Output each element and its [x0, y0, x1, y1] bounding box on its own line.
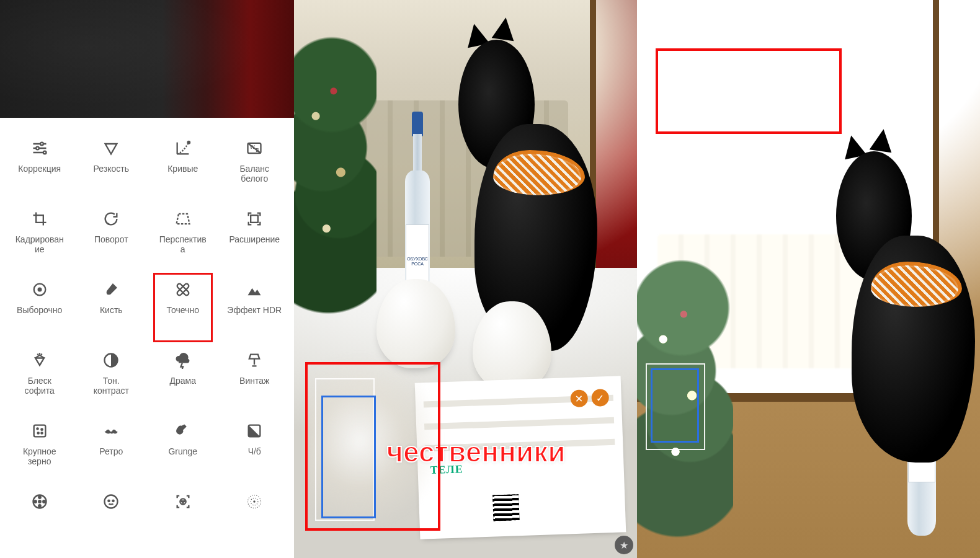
bottle-label-text: ОБУХОВС РОСА — [406, 257, 428, 267]
svg-point-15 — [41, 429, 42, 430]
tool-tonal-contrast[interactable]: Тон. контраст — [76, 347, 148, 414]
tool-details[interactable]: Резкость — [76, 135, 148, 202]
tool-lens-blur[interactable] — [219, 489, 291, 556]
tool-perspective[interactable]: Перспектив а — [147, 206, 219, 273]
tool-curves[interactable]: Кривые — [147, 135, 219, 202]
crop-icon — [30, 210, 49, 228]
black-cat — [836, 145, 980, 469]
tool-rotate[interactable]: Поворот — [76, 206, 148, 273]
tool-label: Выборочно — [17, 305, 62, 315]
svg-point-9 — [38, 288, 41, 291]
diamond-glow-icon — [30, 351, 49, 370]
tool-label: Кадрирован ие — [16, 234, 64, 254]
tool-glamour-glow[interactable]: Блеск софита — [4, 347, 76, 414]
black-cat — [458, 33, 616, 357]
christmas-tree — [294, 22, 376, 335]
tool-label: Расширение — [229, 234, 280, 244]
tool-label: Эффект HDR — [227, 305, 282, 315]
svg-point-3 — [187, 141, 190, 144]
perspective-icon — [174, 210, 192, 228]
film-reel-icon — [30, 492, 49, 511]
tool-selective[interactable]: Выборочно — [4, 277, 76, 343]
tool-grainy-film[interactable]: Крупное зерно — [4, 418, 76, 485]
photo-preview-strip — [0, 0, 294, 118]
tool-label: Перспектив а — [159, 234, 207, 254]
svg-point-30 — [184, 501, 185, 502]
svg-point-29 — [181, 501, 182, 502]
svg-point-21 — [43, 500, 45, 503]
tool-label: Ретро — [99, 446, 123, 456]
tool-label: Коррекция — [18, 164, 61, 174]
annotation-blue-box — [651, 368, 699, 443]
face-icon — [102, 492, 120, 511]
tool-expand[interactable]: Расширение — [219, 206, 291, 273]
teacup — [473, 301, 551, 391]
tool-label: Ч/б — [248, 446, 261, 456]
svg-point-26 — [109, 500, 110, 502]
svg-point-20 — [38, 496, 41, 498]
svg-point-17 — [41, 432, 42, 433]
contrast-icon — [102, 351, 120, 370]
tool-label: Драма — [170, 376, 196, 386]
tool-vintage[interactable]: Винтаж — [219, 347, 291, 414]
tool-label: Кисть — [100, 305, 123, 315]
tool-grid: Коррекция Резкость Кривые WB Баланс бело… — [0, 118, 294, 558]
brush-icon — [102, 280, 120, 299]
tool-drama[interactable]: Драма — [147, 347, 219, 414]
tool-brush[interactable]: Кисть — [76, 277, 148, 343]
mountains-icon — [245, 280, 264, 299]
storm-cloud-icon — [174, 351, 192, 370]
svg-text:B: B — [256, 148, 260, 153]
qr-code — [493, 494, 520, 521]
tool-retrolux[interactable]: Ретро — [76, 418, 148, 485]
svg-point-1 — [36, 147, 39, 150]
tool-noir[interactable] — [4, 489, 76, 556]
tools-panel: Коррекция Резкость Кривые WB Баланс бело… — [0, 0, 294, 558]
teacup — [376, 279, 455, 368]
tool-label: Резкость — [94, 164, 129, 174]
svg-point-14 — [37, 428, 38, 429]
grain-icon — [30, 422, 49, 440]
photo-before: ОБУХОВС РОСА ✕ ✓ ТЕЛЕ чественники ★ — [294, 0, 637, 558]
expand-icon — [245, 210, 264, 228]
annotation-blue-box — [321, 396, 376, 518]
tool-healing[interactable]: Точечно — [147, 277, 219, 343]
target-icon — [30, 280, 49, 299]
dots-circle-icon — [245, 492, 264, 511]
bw-square-icon — [245, 422, 264, 440]
photo-after: ОБУХОВС РОСА — [637, 0, 980, 558]
tool-label: Тон. контраст — [94, 376, 129, 396]
svg-point-27 — [113, 500, 114, 502]
tool-hdr[interactable]: Эффект HDR — [219, 277, 291, 343]
favorite-star-button[interactable]: ★ — [615, 536, 633, 554]
tool-white-balance[interactable]: WB Баланс белого — [219, 135, 291, 202]
curves-icon — [174, 139, 192, 157]
svg-point-2 — [43, 151, 47, 154]
tool-label: Кривые — [167, 164, 198, 174]
annotation-red-box — [656, 48, 842, 134]
tool-label: Точечно — [167, 305, 199, 315]
svg-rect-13 — [33, 425, 45, 437]
tool-grunge[interactable]: Grunge — [147, 418, 219, 485]
tool-label: Крупное зерно — [23, 446, 56, 466]
tool-label: Поворот — [94, 234, 128, 244]
tool-head-pose[interactable] — [147, 489, 219, 556]
svg-point-25 — [105, 495, 118, 508]
svg-point-33 — [254, 500, 256, 503]
tool-portrait[interactable] — [76, 489, 148, 556]
lamp-icon — [245, 351, 264, 370]
svg-text:W: W — [250, 144, 255, 150]
tool-bw[interactable]: Ч/б — [219, 418, 291, 485]
wb-icon: WB — [245, 139, 264, 157]
rotate-icon — [102, 210, 120, 228]
bandage-icon — [174, 280, 192, 299]
tool-tune[interactable]: Коррекция — [4, 135, 76, 202]
sliders-icon — [30, 139, 49, 157]
tool-label: Grunge — [168, 446, 197, 456]
tool-label: Винтаж — [239, 376, 269, 386]
tool-crop[interactable]: Кадрирован ие — [4, 206, 76, 273]
svg-point-23 — [34, 500, 37, 503]
svg-rect-7 — [251, 215, 258, 223]
svg-point-24 — [38, 500, 41, 503]
triangle-down-icon — [102, 139, 120, 157]
